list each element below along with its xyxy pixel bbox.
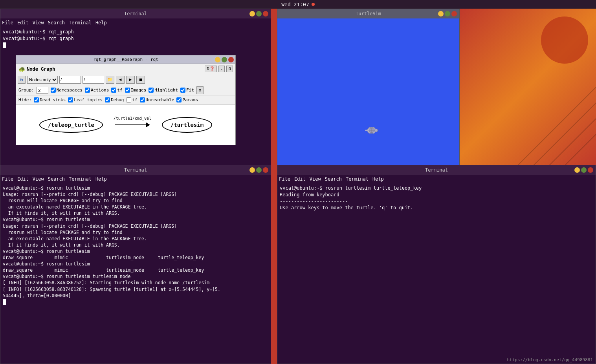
actions-checkbox[interactable] bbox=[85, 88, 90, 93]
debug-label[interactable]: Debug bbox=[105, 97, 124, 102]
tf-label2[interactable]: tf bbox=[126, 97, 137, 102]
edge-container: /turtle1/cmd_vel bbox=[115, 123, 150, 127]
top-bar-time: Wed 21:07 bbox=[281, 2, 309, 7]
menu-help-r[interactable]: Help bbox=[372, 176, 384, 182]
namespaces-checkbox-label[interactable]: Namespaces bbox=[51, 88, 83, 93]
images-checkbox[interactable] bbox=[125, 88, 130, 93]
leaf-topics-checkbox[interactable] bbox=[68, 97, 73, 102]
rqt-options-btn[interactable]: ⚙ bbox=[196, 86, 204, 94]
b-line-5: If it finds it, it will run it with ARGS… bbox=[3, 210, 268, 216]
bg-circle bbox=[541, 16, 588, 64]
edge-label: /turtle1/cmd_vel bbox=[114, 116, 151, 121]
b-line-3: rosrun will locate PACKAGE and try to fi… bbox=[3, 198, 268, 204]
menu-terminal-r[interactable]: Terminal bbox=[346, 176, 369, 182]
turtle-svg bbox=[364, 124, 380, 137]
menu-file[interactable]: File bbox=[2, 20, 13, 26]
terminal-bottom-close[interactable] bbox=[263, 167, 268, 173]
terminal-right-minimize[interactable] bbox=[574, 167, 580, 173]
terminal-top-minimize[interactable] bbox=[249, 11, 255, 16]
footer-url-text: https://blog.csdn.net/qq_44989881 bbox=[507, 357, 593, 362]
images-checkbox-label[interactable]: Images bbox=[125, 88, 147, 93]
menu-search-b[interactable]: Search bbox=[48, 176, 65, 182]
terminal-right-maximize[interactable] bbox=[581, 167, 587, 173]
top-bar: Wed 21:07 bbox=[0, 0, 596, 9]
group-spin-input[interactable] bbox=[37, 87, 48, 94]
highlight-checkbox[interactable] bbox=[149, 88, 154, 93]
terminal-top-maximize[interactable] bbox=[256, 11, 262, 16]
footer-url: https://blog.csdn.net/qq_44989881 bbox=[507, 357, 593, 362]
rqt-filter-input2[interactable] bbox=[83, 76, 104, 84]
terminal-right-menu: File Edit View Search Terminal Help bbox=[277, 175, 596, 183]
terminal-bottom-buttons bbox=[249, 167, 268, 173]
rqt-toolbar: ↻ Nodes only 📁 ◀ ▶ ■ bbox=[16, 74, 235, 85]
terminal-bottom-minimize[interactable] bbox=[249, 167, 255, 173]
leaf-topics-label[interactable]: Leaf topics bbox=[68, 97, 103, 102]
debug-checkbox[interactable] bbox=[105, 97, 110, 102]
terminal-top-titlebar: Terminal bbox=[0, 9, 271, 18]
rqt-prev-btn[interactable]: ◀ bbox=[116, 76, 125, 84]
rqt-maximize[interactable] bbox=[222, 57, 227, 62]
unreachable-label[interactable]: Unreachable bbox=[140, 97, 174, 102]
b-line-4: an executable named EXECUTABLE in the PA… bbox=[3, 204, 268, 210]
turtle-sprite bbox=[364, 124, 380, 136]
terminal-bottom-title: Terminal bbox=[124, 167, 147, 173]
rqt-minimize[interactable] bbox=[215, 57, 220, 62]
r-line-4: Use arrow keys to move the turtle. 'q' t… bbox=[280, 205, 593, 211]
terminal-line-1: vvcat@ubuntu:~$ rqt_graph bbox=[3, 29, 268, 35]
menu-help-b[interactable]: Help bbox=[95, 176, 107, 182]
rqt-node-title-group: 🐢 Node Graph bbox=[18, 66, 55, 72]
turtlesim-maximize[interactable] bbox=[445, 11, 450, 16]
rqt-stop-btn[interactable]: ■ bbox=[136, 76, 145, 84]
svg-point-8 bbox=[375, 129, 378, 132]
menu-file-r[interactable]: File bbox=[279, 176, 290, 182]
menu-search-r[interactable]: Search bbox=[325, 176, 342, 182]
rqt-minus-btn[interactable]: - bbox=[218, 66, 225, 72]
tf-checkbox2[interactable] bbox=[126, 97, 131, 102]
terminal-top-menu: File Edit View Search Terminal Help bbox=[0, 18, 271, 27]
rqt-graph-window: rqt_graph__RosGraph - rqt 🐢 Node Graph D… bbox=[16, 55, 236, 145]
menu-search[interactable]: Search bbox=[48, 20, 65, 26]
rqt-nodes-select[interactable]: Nodes only bbox=[27, 76, 58, 84]
highlight-checkbox-label[interactable]: Highlight bbox=[149, 88, 178, 93]
tf-checkbox-label1[interactable]: tf bbox=[111, 88, 122, 93]
menu-view-r[interactable]: View bbox=[310, 176, 321, 182]
actions-checkbox-label[interactable]: Actions bbox=[85, 88, 109, 93]
turtlesim-close[interactable] bbox=[451, 11, 457, 16]
menu-view[interactable]: View bbox=[33, 20, 44, 26]
recording-dot bbox=[312, 3, 315, 6]
b-line-1: vvcat@ubuntu:~$ rosrun turtlesim bbox=[3, 185, 268, 191]
tf-checkbox1[interactable] bbox=[111, 88, 116, 93]
rqt-help-btn[interactable]: D❓ bbox=[205, 66, 217, 72]
terminal-top-close[interactable] bbox=[263, 11, 268, 16]
unreachable-checkbox[interactable] bbox=[140, 97, 145, 102]
turtlesim-minimize[interactable] bbox=[438, 11, 444, 16]
teleop-turtle-node: /teleop_turtle bbox=[39, 117, 103, 133]
namespaces-checkbox[interactable] bbox=[51, 88, 56, 93]
rqt-fullscreen-btn[interactable]: O bbox=[226, 66, 233, 72]
turtlesim-buttons bbox=[438, 11, 457, 16]
menu-edit[interactable]: Edit bbox=[17, 20, 29, 26]
rqt-next-btn[interactable]: ▶ bbox=[126, 76, 135, 84]
params-checkbox[interactable] bbox=[176, 97, 182, 102]
rqt-folder-btn[interactable]: 📁 bbox=[106, 76, 114, 84]
menu-edit-r[interactable]: Edit bbox=[294, 176, 306, 182]
params-label[interactable]: Params bbox=[176, 97, 198, 102]
menu-edit-b[interactable]: Edit bbox=[17, 176, 29, 182]
r-line-3: ------------------------ bbox=[280, 198, 593, 205]
dead-sinks-checkbox[interactable] bbox=[34, 97, 39, 102]
menu-terminal-b[interactable]: Terminal bbox=[69, 176, 92, 182]
rqt-close[interactable] bbox=[228, 57, 234, 62]
menu-file-b[interactable]: File bbox=[2, 176, 13, 182]
rqt-win-buttons bbox=[215, 57, 234, 62]
rqt-refresh-btn[interactable]: ↻ bbox=[18, 76, 26, 84]
fit-checkbox[interactable] bbox=[180, 88, 185, 93]
terminal-right-close[interactable] bbox=[588, 167, 593, 173]
menu-help[interactable]: Help bbox=[95, 20, 107, 26]
fit-checkbox-label[interactable]: Fit bbox=[180, 88, 194, 93]
terminal-bottom-maximize[interactable] bbox=[256, 167, 262, 173]
rqt-filter-input1[interactable] bbox=[59, 76, 81, 84]
terminal-bottom-titlebar: Terminal bbox=[0, 165, 271, 175]
menu-view-b[interactable]: View bbox=[33, 176, 44, 182]
dead-sinks-label[interactable]: Dead sinks bbox=[34, 97, 66, 102]
menu-terminal[interactable]: Terminal bbox=[69, 20, 92, 26]
